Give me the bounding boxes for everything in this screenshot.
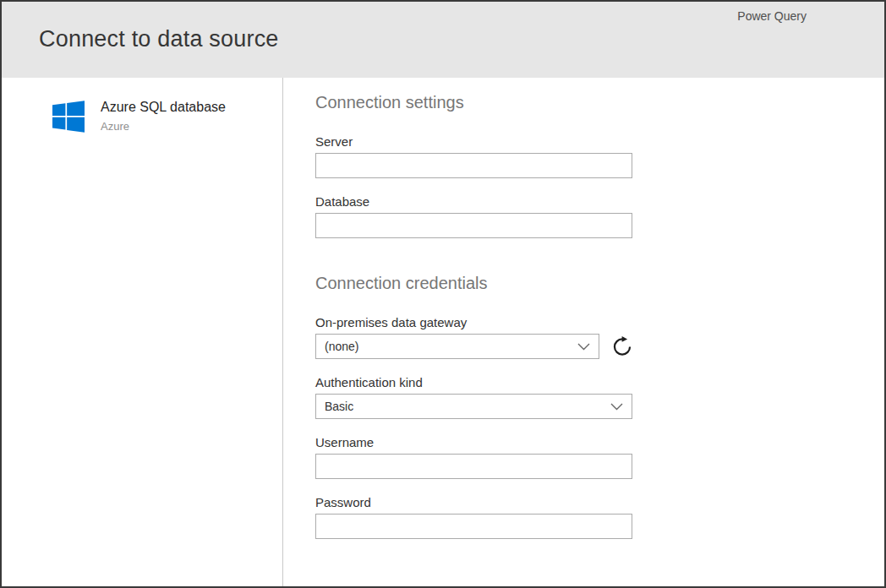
dialog-content: Azure SQL database Azure Connection sett… [2, 78, 884, 586]
username-input[interactable] [315, 454, 632, 479]
auth-kind-dropdown[interactable]: Basic [315, 394, 632, 419]
gateway-dropdown[interactable]: (none) [315, 334, 599, 359]
chevron-down-icon [577, 343, 590, 351]
server-input[interactable] [315, 153, 632, 178]
dialog-header: Power Query Connect to data source [2, 2, 884, 78]
connection-form: Connection settings Server Database Conn… [283, 78, 884, 586]
server-label: Server [315, 134, 632, 149]
credentials-heading: Connection credentials [315, 274, 884, 293]
database-input[interactable] [315, 213, 632, 238]
selected-source-item[interactable]: Azure SQL database Azure [52, 97, 282, 133]
refresh-icon[interactable] [612, 335, 632, 358]
gateway-field-group: On-premises data gateway (none) [315, 315, 632, 359]
gateway-label: On-premises data gateway [315, 315, 632, 329]
connect-dialog: Power Query Connect to data source Azure… [0, 0, 886, 588]
database-field-group: Database [315, 194, 632, 238]
app-label: Power Query [737, 9, 807, 23]
page-title: Connect to data source [39, 26, 279, 52]
password-label: Password [315, 495, 632, 509]
chevron-down-icon [610, 403, 623, 411]
windows-logo-icon [52, 101, 85, 133]
auth-selected-value: Basic [325, 400, 353, 413]
gateway-selected-value: (none) [325, 340, 358, 353]
server-field-group: Server [315, 134, 632, 178]
source-panel: Azure SQL database Azure [2, 78, 283, 586]
username-label: Username [315, 435, 632, 449]
source-category: Azure [101, 120, 226, 133]
source-name: Azure SQL database [101, 99, 226, 117]
source-texts: Azure SQL database Azure [101, 97, 226, 133]
settings-heading: Connection settings [315, 93, 884, 112]
gateway-row: (none) [315, 334, 632, 359]
password-input[interactable] [315, 514, 632, 539]
username-field-group: Username [315, 435, 632, 479]
database-label: Database [315, 194, 632, 209]
auth-kind-label: Authentication kind [315, 375, 632, 389]
auth-field-group: Authentication kind Basic [315, 375, 632, 419]
password-field-group: Password [315, 495, 632, 539]
